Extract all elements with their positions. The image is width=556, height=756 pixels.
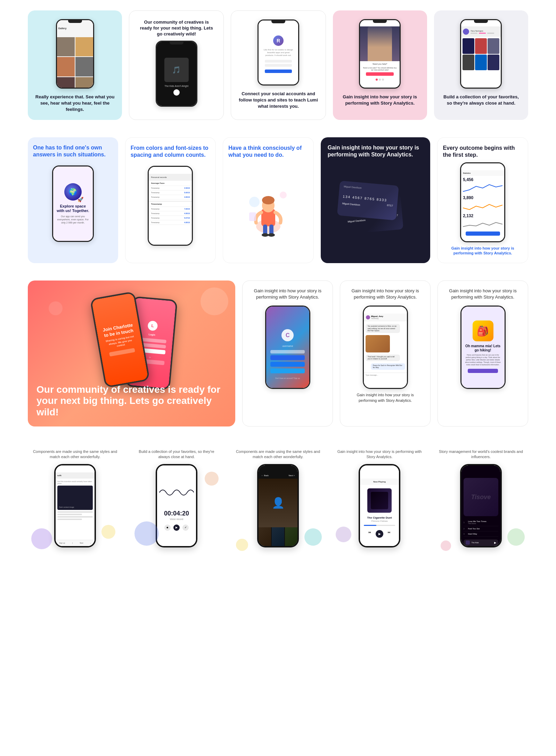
chat-image bbox=[366, 335, 390, 352]
photo-next-label[interactable]: Next > bbox=[288, 474, 295, 477]
photo-thumb-3[interactable] bbox=[285, 527, 297, 547]
records-label-1: Timestamp bbox=[151, 187, 160, 189]
photo-back-btn[interactable]: ← Back bbox=[261, 474, 269, 477]
phone-login: R Like first for six weeks to design bea… bbox=[257, 19, 299, 86]
join-input[interactable] bbox=[109, 348, 135, 357]
mp-progress-bar[interactable] bbox=[364, 525, 395, 526]
photo-person-emoji: 👤 bbox=[272, 497, 285, 509]
chat-date: Yesterday bbox=[371, 317, 383, 319]
profile-card-text: Build a collection of your favorites, so… bbox=[441, 94, 521, 106]
footer-btn-3[interactable]: Next bbox=[80, 542, 83, 544]
colorful-twitter-btn[interactable] bbox=[270, 368, 305, 373]
track-info-1: Love Me Two Times The Doors bbox=[468, 520, 499, 525]
profile-name: Flora Harrington bbox=[471, 30, 494, 34]
stats-num-1: 5,456 bbox=[461, 176, 504, 182]
password-field[interactable] bbox=[265, 64, 292, 67]
mp-next-btn[interactable]: ⏭ bbox=[387, 530, 392, 535]
need-help-text: Need you help? bbox=[360, 61, 400, 67]
colorful-logo: C bbox=[281, 329, 294, 341]
mp-album-art bbox=[367, 488, 392, 513]
chat-bubble-reply: Peace for Each in Recognize Wild But No … bbox=[371, 363, 405, 370]
profile-photo-6 bbox=[488, 55, 499, 70]
profile-header: Flora Harrington bbox=[461, 26, 501, 37]
card-help: Need you help? Need a new plan? You shou… bbox=[333, 10, 427, 120]
full-stats-btn[interactable] bbox=[466, 231, 500, 236]
gallery-img-3 bbox=[57, 57, 75, 76]
dark-track-3: 3 Hard Way bbox=[464, 531, 499, 537]
card-music: Our community of creatives is ready for … bbox=[129, 10, 224, 120]
colorful-input[interactable] bbox=[270, 350, 305, 353]
credit-cards-area: Miguel Davidson 4567 8765 8333 Miguel Da… bbox=[328, 165, 424, 256]
stats-num-3: 2,132 bbox=[461, 212, 504, 218]
mini-player: The Artist ▶ bbox=[464, 539, 499, 546]
face-portrait bbox=[368, 26, 392, 61]
reading-line-2 bbox=[57, 514, 82, 515]
svg-point-6 bbox=[262, 233, 269, 237]
footer-btn-1[interactable]: Sign up bbox=[59, 542, 65, 544]
timer-value: 00:04:20 bbox=[164, 510, 189, 517]
phone-music: 🎵 The Kids Aren't Alright ▶ bbox=[156, 41, 197, 107]
phone-help: Need you help? Need a new plan? You shou… bbox=[359, 19, 401, 89]
phone-notch-3 bbox=[271, 21, 285, 23]
colorful-login-btn[interactable] bbox=[270, 355, 305, 360]
timer-stop-btn[interactable]: ■ bbox=[164, 525, 171, 531]
records-val-5: 4.80/10 bbox=[184, 212, 190, 214]
card-holder-front: Miguel Davidson bbox=[344, 185, 394, 192]
footer-btn-2: | bbox=[72, 542, 73, 544]
track-title-2: Feel Too Set bbox=[468, 528, 499, 530]
help-screen: Need you help? Need a new plan? You shou… bbox=[360, 20, 400, 88]
svg-point-9 bbox=[280, 192, 287, 198]
phone-space: 🌍 Explore space with us! Together. Our a… bbox=[52, 165, 94, 242]
timer-play-btn[interactable]: ▶ bbox=[173, 525, 180, 531]
deco-orange-circle bbox=[205, 472, 219, 486]
phone-analytics-onboard: 🎒 Oh mamma mia! Lets go hiking! Heres an… bbox=[460, 306, 506, 389]
photo-thumbnails bbox=[259, 527, 297, 547]
music-player-screen: Now Playing The Cigarette Duet Princess … bbox=[360, 465, 399, 546]
username-field[interactable] bbox=[265, 60, 292, 63]
reading-caption: Components are made using the same style… bbox=[31, 449, 119, 460]
mp-prev-btn[interactable]: ⏮ bbox=[367, 530, 372, 535]
svg-rect-10 bbox=[249, 212, 256, 221]
records-val-7: 4.80/10 bbox=[184, 221, 190, 223]
dark-track-1: 1 Love Me Two Times The Doors bbox=[464, 519, 499, 526]
next-btn[interactable] bbox=[366, 72, 394, 76]
track-info-3: Hard Way bbox=[468, 533, 499, 535]
login-card-text: Connect your social accounts and follow … bbox=[238, 91, 318, 110]
mp-album-inner bbox=[371, 492, 388, 509]
photo-thumb-2[interactable] bbox=[272, 527, 284, 547]
help-desc: Need a new plan? You should definitely b… bbox=[360, 67, 400, 71]
login-btn[interactable] bbox=[265, 70, 292, 73]
music-play-button[interactable]: ▶ bbox=[173, 89, 180, 96]
timer-check-btn[interactable]: ✓ bbox=[182, 525, 189, 531]
reading-screen: tofft And this invention would certainly… bbox=[56, 465, 95, 546]
illustration-title: Have a think consciously of what you nee… bbox=[228, 145, 308, 159]
login-desc: Like first for six weeks to design beaut… bbox=[261, 49, 295, 57]
chat-input-bar[interactable]: Type message... bbox=[364, 373, 407, 377]
phone-notch-2 bbox=[170, 42, 183, 44]
mini-play-btn[interactable]: ▶ bbox=[494, 541, 496, 544]
phone-notch-4 bbox=[373, 20, 387, 23]
row-3: Join Charlotte to be in touch Sharing is… bbox=[28, 281, 528, 426]
chat-screen: Miguel, Amy Yesterday You assisted someo… bbox=[364, 307, 407, 388]
onboard-next-btn[interactable] bbox=[468, 369, 498, 373]
chat-type-hint: Type message... bbox=[366, 374, 378, 376]
records-val-1: 3.50/10 bbox=[184, 187, 190, 189]
mp-play-btn[interactable]: ▶ bbox=[376, 530, 383, 538]
phone-brand-music: Tisove 1 Love Me Two Times The Doors 2 bbox=[460, 464, 502, 547]
footer-arrow[interactable]: › bbox=[90, 542, 91, 544]
colorful-signup-link[interactable]: Don't have an account? Sign up bbox=[275, 377, 300, 379]
records-subheader: Average Face bbox=[149, 181, 192, 186]
dot-2 bbox=[382, 79, 384, 81]
chat-bubble-2: That book! I thought you said to tell yo… bbox=[366, 355, 400, 361]
profile-avatar bbox=[463, 29, 469, 35]
gallery-img-5 bbox=[57, 77, 75, 88]
records-screen: Personal records Average Face Timestamp … bbox=[149, 167, 192, 245]
onboard-title-text: Oh mamma mia! Lets go hiking! bbox=[464, 344, 502, 352]
track-title-3: Hard Way bbox=[468, 533, 499, 535]
records-row-3: Timestamp 4.80/10 bbox=[149, 195, 192, 200]
colorful-fb-btn[interactable] bbox=[270, 362, 305, 367]
photo-thumb-1[interactable] bbox=[259, 527, 271, 547]
phone-timer: 00:04:20 Voice record ■ ▶ ✓ bbox=[156, 464, 197, 547]
phone-photo: ← Back Next > 👤 bbox=[257, 464, 299, 547]
deco-green-circle bbox=[507, 528, 525, 546]
